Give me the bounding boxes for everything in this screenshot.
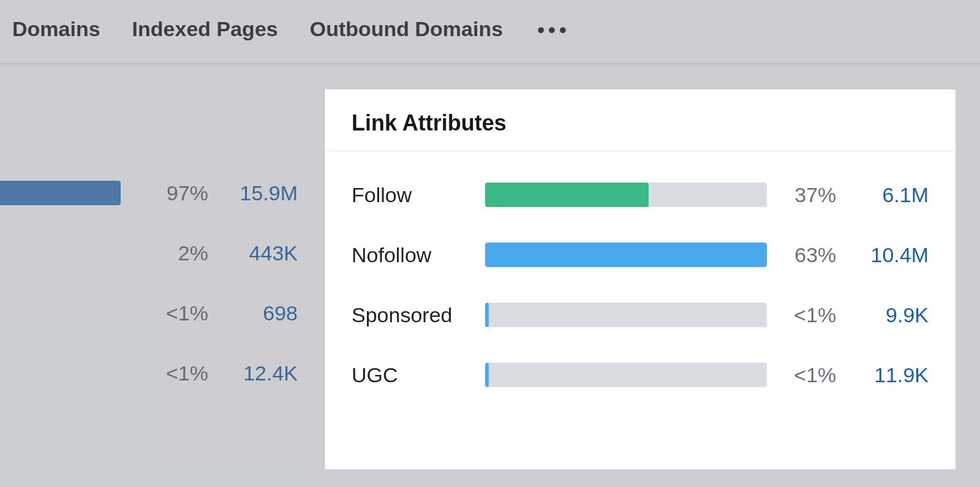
top-tabs: Domains Indexed Pages Outbound Domains •… (0, 0, 980, 64)
left-metric-percent: 2% (149, 241, 208, 265)
attr-value[interactable]: 6.1M (848, 183, 929, 207)
attr-row-sponsored: Sponsored <1% 9.9K (352, 285, 929, 345)
attr-bar-fill (485, 303, 489, 327)
left-bar-fill (0, 181, 121, 205)
panel-body: Follow 37% 6.1M Nofollow 63% 10.4M Spons… (325, 151, 956, 405)
attr-label: Sponsored (352, 303, 473, 327)
left-metric-value[interactable]: 698 (223, 301, 309, 325)
attr-percent: 37% (779, 183, 836, 207)
tab-outbound-domains[interactable]: Outbound Domains (310, 17, 503, 41)
attr-value[interactable]: 10.4M (848, 243, 929, 267)
panel-title: Link Attributes (352, 110, 929, 136)
attr-bar-fill (485, 363, 489, 387)
attr-bar-track (485, 363, 767, 387)
app-root: Domains Indexed Pages Outbound Domains •… (0, 0, 980, 487)
attr-percent: <1% (779, 363, 836, 387)
link-attributes-panel: Link Attributes Follow 37% 6.1M Nofollow… (325, 89, 956, 469)
panel-header: Link Attributes (325, 89, 956, 151)
tab-more-icon[interactable]: ••• (535, 19, 570, 40)
left-metric-row: <1% 698 (0, 283, 318, 343)
left-metric-value[interactable]: 15.9M (223, 181, 309, 205)
left-metric-row: <1% 12.4K (0, 343, 318, 403)
attr-bar-track (485, 183, 767, 207)
left-metric-value[interactable]: 12.4K (223, 361, 309, 385)
attr-label: UGC (352, 363, 473, 387)
left-metric-row: 2% 443K (0, 223, 318, 283)
left-metric-percent: 97% (149, 181, 208, 205)
left-metric-value[interactable]: 443K (223, 241, 309, 265)
left-bar-track (0, 301, 135, 325)
left-metric-percent: <1% (149, 361, 208, 385)
attr-percent: 63% (779, 243, 836, 267)
attr-bar-fill (485, 183, 649, 207)
tab-domains[interactable]: Domains (12, 17, 100, 41)
attr-row-follow: Follow 37% 6.1M (352, 165, 929, 225)
attr-row-ugc: UGC <1% 11.9K (352, 345, 929, 405)
attr-value[interactable]: 9.9K (848, 303, 929, 327)
tab-indexed-pages[interactable]: Indexed Pages (132, 17, 278, 41)
left-bar-track (0, 361, 135, 385)
attr-percent: <1% (779, 303, 836, 327)
attr-bar-track (485, 243, 767, 267)
attr-bar-fill (485, 243, 767, 267)
attr-bar-track (485, 303, 767, 327)
attr-value[interactable]: 11.9K (848, 363, 929, 387)
left-bar-track (0, 181, 135, 205)
left-metrics-column: 97% 15.9M 2% 443K <1% 698 <1% 12.4K (0, 89, 318, 469)
left-bar-track (0, 241, 135, 265)
attr-row-nofollow: Nofollow 63% 10.4M (352, 225, 929, 285)
left-metric-row: 97% 15.9M (0, 163, 318, 223)
left-metric-percent: <1% (149, 301, 208, 325)
attr-label: Nofollow (352, 243, 473, 267)
attr-label: Follow (352, 183, 473, 207)
